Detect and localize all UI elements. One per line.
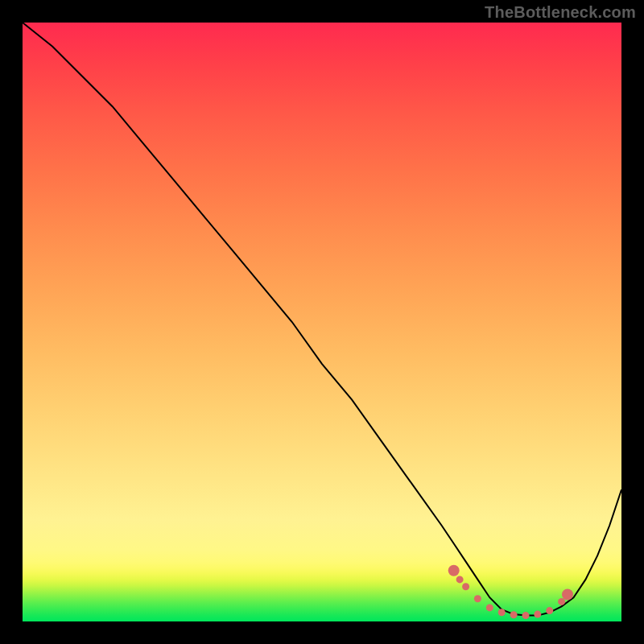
highlight-dot bbox=[562, 589, 573, 601]
chart-container: TheBottleneck.com bbox=[0, 0, 644, 644]
highlight-dot bbox=[498, 609, 506, 616]
highlight-dot bbox=[486, 604, 493, 611]
highlight-dot bbox=[448, 565, 460, 576]
highlight-dot bbox=[546, 607, 553, 614]
plot-background bbox=[23, 23, 621, 621]
highlight-dot bbox=[558, 598, 565, 605]
watermark-text: TheBottleneck.com bbox=[485, 3, 636, 22]
highlight-dot bbox=[462, 583, 469, 590]
highlight-dot bbox=[474, 595, 481, 602]
highlight-dot bbox=[456, 576, 464, 583]
highlight-dot bbox=[510, 611, 518, 618]
highlight-dot bbox=[534, 611, 541, 618]
highlight-dot bbox=[522, 612, 530, 619]
chart-svg bbox=[0, 0, 644, 644]
